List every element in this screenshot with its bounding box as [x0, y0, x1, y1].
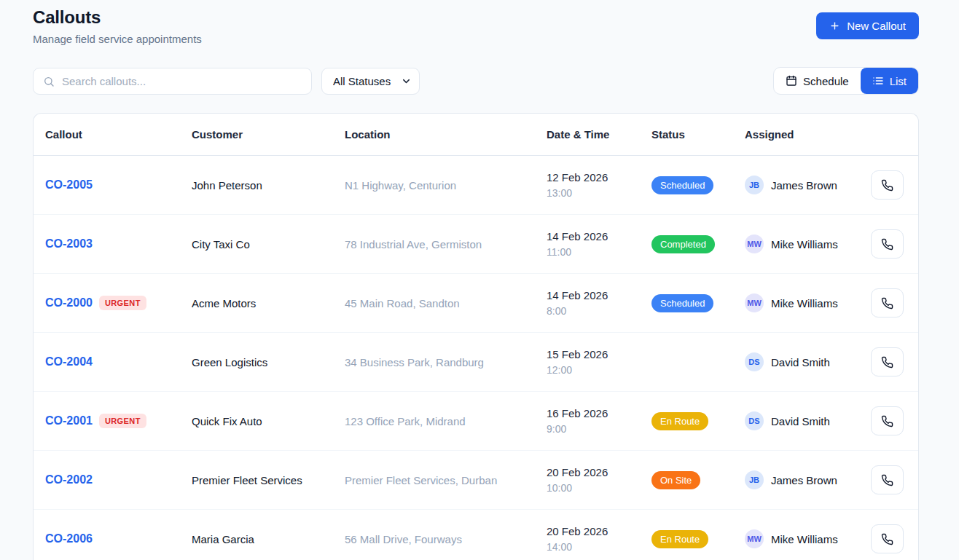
calendar-icon	[786, 75, 797, 87]
avatar: DS	[745, 411, 764, 430]
column-header-datetime: Date & Time	[547, 128, 651, 141]
new-callout-button[interactable]: New Callout	[816, 12, 919, 39]
table-row: CO-2003 City Taxi Co 78 Industrial Ave, …	[34, 215, 918, 274]
avatar: JB	[745, 176, 764, 194]
customer-name: Premier Fleet Services	[192, 474, 345, 486]
schedule-view-label: Schedule	[803, 75, 849, 87]
status-badge: Completed	[651, 235, 715, 253]
call-button[interactable]	[871, 288, 904, 318]
callout-id-link[interactable]: CO-2002	[45, 473, 93, 486]
status-badge: En Route	[651, 412, 708, 430]
search-input[interactable]	[34, 68, 311, 94]
toolbar: All Statuses Schedule List	[33, 67, 919, 95]
column-header-location: Location	[345, 128, 547, 141]
table-row: CO-2006 Maria Garcia 56 Mall Drive, Four…	[34, 510, 918, 560]
time-text: 8:00	[547, 305, 651, 317]
table-row: CO-2000 URGENT Acme Motors 45 Main Road,…	[34, 274, 918, 333]
assignee-name: Mike Williams	[771, 297, 838, 309]
phone-icon	[881, 356, 893, 368]
assignee-name: Mike Williams	[771, 238, 838, 251]
phone-icon	[881, 474, 893, 486]
assignee-name: James Brown	[771, 474, 837, 486]
status-filter: All Statuses	[321, 68, 420, 95]
call-button[interactable]	[871, 170, 904, 200]
callout-id-link[interactable]: CO-2004	[45, 355, 93, 368]
location-text: 45 Main Road, Sandton	[345, 297, 547, 309]
status-badge: Scheduled	[651, 176, 713, 194]
phone-icon	[881, 415, 893, 427]
avatar: JB	[745, 470, 764, 489]
call-button[interactable]	[871, 406, 904, 435]
time-text: 11:00	[547, 246, 651, 258]
page-subtitle: Manage field service appointments	[33, 33, 202, 45]
column-header-customer: Customer	[192, 128, 345, 141]
call-button[interactable]	[871, 347, 904, 376]
table-body: CO-2005 John Peterson N1 Highway, Centur…	[34, 156, 918, 560]
phone-icon	[881, 179, 893, 192]
callout-id-link[interactable]: CO-2000	[45, 296, 93, 309]
customer-name: City Taxi Co	[192, 238, 345, 251]
avatar: DS	[745, 352, 764, 371]
assignee-name: Mike Williams	[771, 533, 838, 545]
list-view-button[interactable]: List	[861, 68, 918, 94]
callout-id-link[interactable]: CO-2003	[45, 237, 93, 251]
phone-icon	[881, 297, 893, 309]
phone-icon	[881, 238, 893, 251]
date-text: 14 Feb 2026	[547, 230, 651, 242]
customer-name: John Peterson	[192, 179, 345, 192]
view-toggle: Schedule List	[773, 67, 919, 95]
table-row: CO-2002 Premier Fleet Services Premier F…	[34, 451, 918, 510]
table-row: CO-2004 Green Logistics 34 Business Park…	[34, 333, 918, 392]
location-text: 78 Industrial Ave, Germiston	[345, 238, 547, 251]
callout-id-link[interactable]: CO-2005	[45, 178, 93, 192]
date-text: 14 Feb 2026	[547, 289, 651, 301]
assignee-name: David Smith	[771, 356, 830, 368]
callouts-table: Callout Customer Location Date & Time St…	[33, 113, 919, 560]
status-filter-select[interactable]: All Statuses	[321, 68, 420, 95]
column-header-assigned: Assigned	[745, 128, 863, 141]
customer-name: Green Logistics	[192, 356, 345, 368]
new-callout-label: New Callout	[847, 20, 906, 32]
date-text: 20 Feb 2026	[547, 466, 651, 478]
avatar: MW	[745, 529, 764, 548]
time-text: 14:00	[547, 541, 651, 553]
customer-name: Maria Garcia	[192, 533, 345, 545]
date-text: 12 Feb 2026	[547, 171, 651, 184]
date-text: 16 Feb 2026	[547, 407, 651, 419]
callout-id-link[interactable]: CO-2001	[45, 414, 93, 427]
location-text: Premier Fleet Services, Durban	[345, 474, 547, 486]
list-view-label: List	[890, 75, 907, 87]
assignee-name: James Brown	[771, 179, 837, 192]
date-text: 20 Feb 2026	[547, 525, 651, 537]
location-text: 123 Office Park, Midrand	[345, 415, 547, 427]
table-row: CO-2005 John Peterson N1 Highway, Centur…	[34, 156, 918, 215]
urgent-badge: URGENT	[99, 414, 146, 428]
callout-id-link[interactable]: CO-2006	[45, 532, 93, 545]
customer-name: Acme Motors	[192, 297, 345, 309]
avatar: MW	[745, 234, 764, 253]
urgent-badge: URGENT	[99, 296, 146, 310]
status-badge: Scheduled	[651, 294, 713, 312]
customer-name: Quick Fix Auto	[192, 415, 345, 427]
call-button[interactable]	[871, 229, 904, 259]
search-box	[33, 68, 312, 95]
call-button[interactable]	[871, 524, 904, 553]
time-text: 13:00	[547, 187, 651, 199]
column-header-status: Status	[651, 128, 745, 141]
call-button[interactable]	[871, 465, 904, 494]
schedule-view-button[interactable]: Schedule	[774, 68, 861, 94]
list-icon	[872, 75, 884, 87]
location-text: 34 Business Park, Randburg	[345, 356, 547, 368]
time-text: 12:00	[547, 364, 651, 376]
location-text: N1 Highway, Centurion	[345, 179, 547, 192]
phone-icon	[881, 533, 893, 545]
page-header: Callouts Manage field service appointmen…	[33, 7, 919, 45]
time-text: 10:00	[547, 482, 651, 494]
search-icon	[43, 76, 55, 87]
table-header-row: Callout Customer Location Date & Time St…	[34, 114, 918, 156]
location-text: 56 Mall Drive, Fourways	[345, 533, 547, 545]
status-badge: En Route	[651, 530, 708, 548]
plus-icon	[829, 20, 840, 31]
page-title: Callouts	[33, 7, 202, 28]
time-text: 9:00	[547, 423, 651, 435]
